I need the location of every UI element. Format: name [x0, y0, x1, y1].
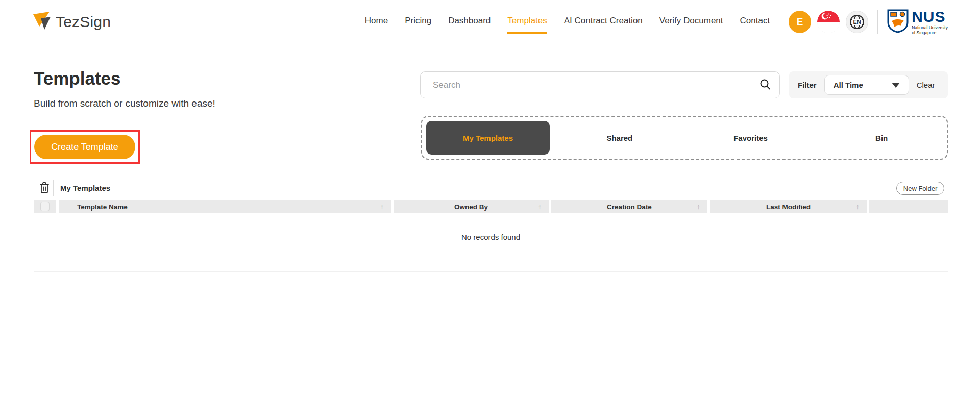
column-owned-by[interactable]: Owned By ↑: [394, 200, 549, 213]
column-actions-empty: [869, 200, 948, 213]
sort-arrow-icon[interactable]: ↑: [697, 202, 700, 211]
sort-arrow-icon[interactable]: ↑: [538, 202, 542, 211]
logo-text: TezSign: [56, 13, 111, 31]
nav-item-home[interactable]: Home: [365, 11, 388, 34]
create-template-highlight-box: Create Template: [30, 130, 140, 164]
column-last-modified[interactable]: Last Modified ↑: [710, 200, 867, 213]
column-label: Template Name: [77, 203, 128, 211]
nus-name-line1: National University: [912, 26, 948, 30]
clear-filter-button[interactable]: Clear: [917, 81, 935, 89]
nus-acronym: NUS: [912, 9, 948, 24]
select-all-cell: [34, 200, 56, 213]
tab-favorites[interactable]: Favorites: [685, 117, 816, 159]
main-nav: Home Pricing Dashboard Templates AI Cont…: [365, 11, 770, 34]
nus-logo: NUS National University of Singapore: [887, 9, 948, 35]
new-folder-button[interactable]: New Folder: [896, 182, 944, 195]
create-template-button[interactable]: Create Template: [34, 135, 135, 159]
filter-label: Filter: [798, 81, 817, 89]
top-navigation-bar: TezSign Home Pricing Dashboard Templates…: [0, 0, 980, 44]
column-creation-date[interactable]: Creation Date ↑: [551, 200, 707, 213]
language-label: EN: [852, 19, 862, 25]
search-bar: [420, 71, 780, 98]
page-subtitle: Build from scratch or customize with eas…: [34, 98, 215, 109]
filter-bar: Filter All Time Clear: [789, 71, 948, 98]
empty-state-message: No records found: [34, 233, 948, 241]
search-button[interactable]: [751, 72, 779, 98]
tab-shared[interactable]: Shared: [554, 117, 685, 159]
column-template-name[interactable]: Template Name ↑: [59, 200, 391, 213]
nus-name-line2: of Singapore: [912, 31, 948, 35]
list-section-title: My Templates: [60, 184, 110, 192]
column-label: Owned By: [454, 203, 488, 211]
search-icon: [759, 78, 771, 92]
tezsign-logo-icon: [32, 11, 52, 33]
nav-item-verify-document[interactable]: Verify Document: [659, 11, 723, 34]
tab-my-templates[interactable]: My Templates: [426, 121, 550, 155]
nav-item-pricing[interactable]: Pricing: [405, 11, 431, 34]
search-input[interactable]: [421, 80, 751, 90]
select-all-checkbox[interactable]: [40, 202, 50, 211]
language-globe-icon[interactable]: EN: [846, 11, 868, 33]
sort-arrow-icon[interactable]: ↑: [380, 202, 384, 211]
topbar-right-group: E: [789, 9, 948, 35]
user-avatar[interactable]: E: [789, 11, 811, 33]
tab-bin[interactable]: Bin: [816, 117, 947, 159]
delete-selected-button[interactable]: [37, 181, 52, 196]
content-bottom-divider: [34, 271, 948, 272]
templates-table-header: Template Name ↑ Owned By ↑ Creation Date…: [34, 200, 948, 213]
page-title: Templates: [34, 68, 121, 89]
nus-shield-icon: [887, 9, 909, 35]
templates-page: TezSign Home Pricing Dashboard Templates…: [0, 0, 980, 408]
caret-down-icon: [892, 83, 900, 88]
nav-item-templates[interactable]: Templates: [507, 11, 547, 34]
list-head-divider: [53, 180, 54, 196]
template-tabs: My Templates Shared Favorites Bin: [421, 116, 948, 160]
nav-item-contact[interactable]: Contact: [740, 11, 770, 34]
nav-item-ai-contract-creation[interactable]: AI Contract Creation: [564, 11, 643, 34]
column-label: Last Modified: [766, 203, 811, 211]
nav-item-dashboard[interactable]: Dashboard: [448, 11, 491, 34]
tezsign-logo[interactable]: TezSign: [32, 11, 111, 33]
header-divider: [877, 10, 878, 34]
time-filter-value: All Time: [834, 81, 863, 89]
trash-icon: [39, 182, 50, 195]
singapore-flag-icon[interactable]: [817, 11, 840, 33]
sort-arrow-icon[interactable]: ↑: [856, 202, 860, 211]
nus-text-block: NUS National University of Singapore: [912, 9, 948, 35]
time-filter-dropdown[interactable]: All Time: [824, 75, 909, 95]
column-label: Creation Date: [607, 203, 652, 211]
